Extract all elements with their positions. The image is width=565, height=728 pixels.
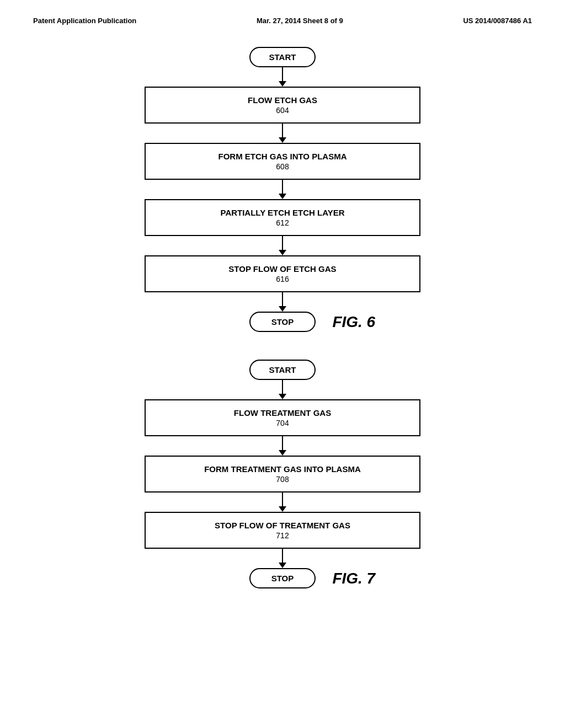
fig6-step-604: FLOW ETCH GAS 604 [145,87,420,124]
arrow-1 [279,67,286,87]
arrow-3 [279,180,286,199]
arrow-5 [279,292,286,312]
header-center: Mar. 27, 2014 Sheet 8 of 9 [257,17,343,25]
fig7-step-708: FORM TREATMENT GAS INTO PLASMA 708 [145,456,420,493]
patent-header: Patent Application Publication Mar. 27, … [33,17,532,25]
fig7-start-node: START [249,360,316,380]
fig6-step-616: STOP FLOW OF ETCH GAS 616 [145,255,420,292]
page: Patent Application Publication Mar. 27, … [0,0,565,728]
fig6-stop-node: STOP [249,312,316,332]
fig7-section: START FLOW TREATMENT GAS 704 FORM TREATM… [33,360,532,588]
fig7-stop-row: STOP FIG. 7 [33,568,532,588]
fig6-label: FIG. 6 [332,313,375,331]
fig7-label: FIG. 7 [332,570,375,587]
arrow-9 [279,549,286,568]
arrow-2 [279,124,286,143]
fig6-step-608: FORM ETCH GAS INTO PLASMA 608 [145,143,420,180]
fig6-section: START FLOW ETCH GAS 604 FORM ETCH GAS IN… [33,47,532,332]
header-right: US 2014/0087486 A1 [463,17,532,25]
fig6-step-612: PARTIALLY ETCH ETCH LAYER 612 [145,199,420,236]
fig7-step-712: STOP FLOW OF TREATMENT GAS 712 [145,512,420,549]
fig7-stop-node: STOP [249,568,316,588]
header-left: Patent Application Publication [33,17,136,25]
arrow-4 [279,236,286,255]
arrow-8 [279,493,286,512]
fig7-step-704: FLOW TREATMENT GAS 704 [145,399,420,436]
fig6-start-node: START [249,47,316,67]
arrow-7 [279,436,286,456]
fig6-stop-row: STOP FIG. 6 [33,312,532,332]
flowchart-container: START FLOW ETCH GAS 604 FORM ETCH GAS IN… [33,47,532,588]
arrow-6 [279,380,286,399]
